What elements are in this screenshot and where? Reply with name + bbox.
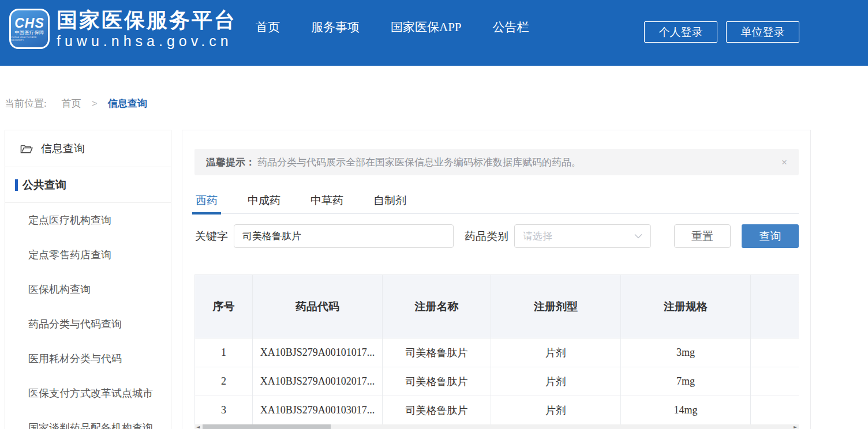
personal-login-button[interactable]: 个人登录	[644, 21, 717, 43]
horizontal-scrollbar: ◄ ►	[194, 424, 799, 429]
scroll-left-icon[interactable]: ◄	[194, 424, 201, 429]
table-cell: XA10BJS279A00101017...	[253, 338, 383, 367]
logo[interactable]: CHS 中国医疗保障 CHINA HEALTHCARE SECURITY 国家医…	[9, 8, 237, 50]
sidebar-item[interactable]: 医保支付方式改革试点城市	[5, 376, 171, 411]
nav-item[interactable]: 公告栏	[493, 18, 529, 36]
nav-item[interactable]: 首页	[256, 18, 280, 36]
notice-text: 药品分类与代码展示全部在国家医保信息业务编码标准数据库赋码的药品。	[257, 156, 581, 169]
page: CHS 中国医疗保障 CHINA HEALTHCARE SECURITY 国家医…	[0, 0, 868, 429]
chevron-down-icon	[634, 234, 642, 239]
drug-category-tabs: 西药中成药中草药自制剂	[194, 190, 799, 214]
org-login-button[interactable]: 单位登录	[726, 21, 799, 43]
category-placeholder: 请选择	[523, 229, 552, 243]
sidebar-items: 定点医疗机构查询定点零售药店查询医保机构查询药品分类与代码查询医用耗材分类与代码…	[5, 203, 171, 429]
table-cell: 7mg	[621, 367, 751, 396]
table-cell: 片剂	[491, 396, 621, 424]
site-domain: fuwu.nhsa.gov.cn	[57, 32, 237, 50]
folder-icon	[20, 144, 33, 154]
search-form: 关键字 药品类别 请选择 重置 查询	[194, 224, 799, 248]
logo-text: 国家医保服务平台 fuwu.nhsa.gov.cn	[57, 8, 237, 50]
nav-item[interactable]: 国家医保APP	[391, 18, 462, 36]
sidebar-item[interactable]: 定点医疗机构查询	[5, 203, 171, 238]
results-table: 序号药品代码注册名称注册剂型注册规格商品名 1XA10BJS279A001010…	[194, 274, 799, 424]
results-table-viewport: 序号药品代码注册名称注册剂型注册规格商品名 1XA10BJS279A001010…	[194, 274, 799, 424]
table-cell: 片剂	[491, 338, 621, 367]
chs-logo-icon: CHS 中国医疗保障 CHINA HEALTHCARE SECURITY	[9, 9, 50, 49]
table-header-cell: 商品名	[751, 275, 799, 338]
breadcrumb-home-link[interactable]: 首页	[62, 97, 81, 110]
main-nav: 首页服务事项国家医保APP公告栏	[256, 18, 529, 36]
breadcrumb-prefix: 当前位置:	[5, 97, 47, 110]
table-header-cell: 注册规格	[621, 275, 751, 338]
search-button[interactable]: 查询	[742, 224, 799, 248]
site-title: 国家医保服务平台	[57, 8, 237, 32]
logo-icon-subtext: 中国医疗保障	[15, 30, 44, 36]
sidebar-group-public-query[interactable]: 公共查询	[5, 167, 171, 203]
table-cell: 3	[195, 396, 253, 424]
reset-button[interactable]: 重置	[674, 224, 731, 248]
keyword-input[interactable]	[234, 224, 454, 248]
table-cell: 3mg	[621, 338, 751, 367]
tab-中成药[interactable]: 中成药	[246, 190, 282, 214]
sidebar-item[interactable]: 定点零售药店查询	[5, 238, 171, 272]
table-body: 1XA10BJS279A00101017...司美格鲁肽片片剂3mg2XA10B…	[195, 338, 799, 424]
notice-prefix: 温馨提示：	[206, 156, 255, 169]
table-cell	[751, 338, 799, 367]
logo-icon-tinytext: CHINA HEALTHCARE SECURITY	[11, 36, 48, 42]
table-row[interactable]: 2XA10BJS279A00102017...司美格鲁肽片片剂7mg	[195, 367, 799, 396]
sidebar-item[interactable]: 医保机构查询	[5, 272, 171, 307]
breadcrumb: 当前位置: 首页 > 信息查询	[5, 97, 147, 110]
table-header-cell: 药品代码	[253, 275, 383, 338]
table-cell	[751, 367, 799, 396]
table-header-cell: 注册剂型	[491, 275, 621, 338]
table-row[interactable]: 1XA10BJS279A00101017...司美格鲁肽片片剂3mg	[195, 338, 799, 367]
breadcrumb-current-link[interactable]: 信息查询	[108, 97, 147, 110]
table-cell: 司美格鲁肽片	[383, 396, 491, 424]
table-header-row: 序号药品代码注册名称注册剂型注册规格商品名	[195, 275, 799, 338]
sidebar-item[interactable]: 药品分类与代码查询	[5, 307, 171, 341]
category-select[interactable]: 请选择	[514, 224, 651, 248]
scroll-right-icon[interactable]: ►	[792, 424, 799, 429]
table-header-cell: 序号	[195, 275, 253, 338]
notice-bar: 温馨提示： 药品分类与代码展示全部在国家医保信息业务编码标准数据库赋码的药品。 …	[194, 149, 799, 175]
login-buttons: 个人登录 单位登录	[644, 21, 799, 43]
table-cell: 2	[195, 367, 253, 396]
scrollbar-track[interactable]	[201, 424, 792, 429]
category-label: 药品类别	[465, 224, 508, 248]
table-cell: 司美格鲁肽片	[383, 338, 491, 367]
app-header: CHS 中国医疗保障 CHINA HEALTHCARE SECURITY 国家医…	[0, 0, 868, 66]
table-cell: XA10BJS279A00103017...	[253, 396, 383, 424]
sidebar-header-label: 信息查询	[41, 141, 85, 156]
close-icon[interactable]: ×	[781, 157, 787, 167]
scrollbar-thumb[interactable]	[203, 424, 331, 429]
sidebar-item[interactable]: 国家谈判药品配备机构查询	[5, 411, 171, 429]
table-cell: 片剂	[491, 367, 621, 396]
tab-西药[interactable]: 西药	[194, 190, 219, 214]
sidebar-header[interactable]: 信息查询	[5, 130, 171, 167]
keyword-label: 关键字	[195, 224, 228, 248]
sidebar-item[interactable]: 医用耗材分类与代码	[5, 341, 171, 376]
sidebar-group-label: 公共查询	[23, 178, 66, 193]
nav-item[interactable]: 服务事项	[311, 18, 360, 36]
table-header-cell: 注册名称	[383, 275, 491, 338]
tab-中草药[interactable]: 中草药	[309, 190, 345, 214]
table-cell	[751, 396, 799, 424]
sidebar: 信息查询 公共查询 定点医疗机构查询定点零售药店查询医保机构查询药品分类与代码查…	[5, 130, 171, 429]
main-panel: 温馨提示： 药品分类与代码展示全部在国家医保信息业务编码标准数据库赋码的药品。 …	[182, 130, 811, 429]
table-cell: 司美格鲁肽片	[383, 367, 491, 396]
tab-自制剂[interactable]: 自制剂	[372, 190, 407, 214]
active-group-bar	[15, 179, 18, 191]
table-cell: 14mg	[621, 396, 751, 424]
breadcrumb-separator-icon: >	[92, 98, 98, 110]
logo-icon-text: CHS	[14, 16, 44, 30]
table-cell: 1	[195, 338, 253, 367]
table-cell: XA10BJS279A00102017...	[253, 367, 383, 396]
table-row[interactable]: 3XA10BJS279A00103017...司美格鲁肽片片剂14mg	[195, 396, 799, 424]
